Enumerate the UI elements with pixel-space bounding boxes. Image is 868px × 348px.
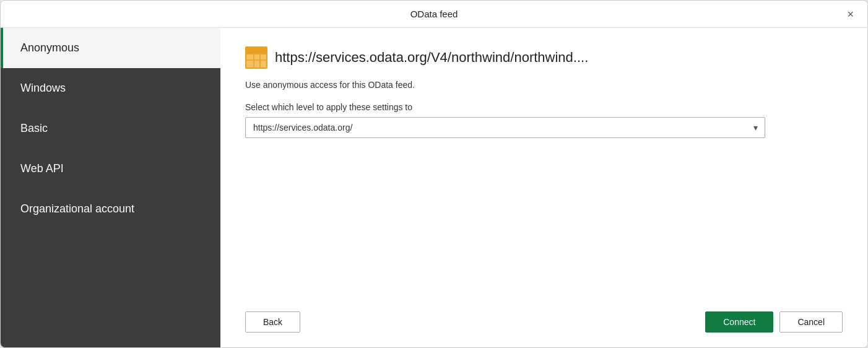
sidebar-item-web-api[interactable]: Web API — [1, 149, 220, 189]
main-content: https://services.odata.org/V4/northwind/… — [220, 28, 867, 347]
feed-description: Use anonymous access for this OData feed… — [245, 80, 843, 90]
dialog-title: OData feed — [410, 9, 458, 19]
level-select-wrapper: https://services.odata.org/ ▾ — [245, 117, 765, 138]
close-button[interactable]: × — [843, 6, 857, 22]
dialog-header: OData feed × — [1, 1, 867, 28]
level-label: Select which level to apply these settin… — [245, 102, 843, 112]
svg-rect-2 — [246, 48, 266, 54]
connect-button[interactable]: Connect — [705, 311, 773, 333]
sidebar-item-org-account[interactable]: Organizational account — [1, 189, 220, 229]
main-footer: Back Connect Cancel — [245, 302, 843, 333]
sidebar-item-basic[interactable]: Basic — [1, 108, 220, 149]
table-icon — [245, 46, 267, 69]
feed-url: https://services.odata.org/V4/northwind/… — [275, 50, 588, 66]
dialog-body: Anonymous Windows Basic Web API Organiza… — [1, 28, 867, 347]
level-select[interactable]: https://services.odata.org/ — [245, 117, 765, 138]
feed-title-row: https://services.odata.org/V4/northwind/… — [245, 46, 843, 69]
sidebar-item-anonymous[interactable]: Anonymous — [1, 28, 220, 68]
back-button[interactable]: Back — [245, 311, 300, 333]
footer-left: Back — [245, 311, 300, 333]
sidebar: Anonymous Windows Basic Web API Organiza… — [1, 28, 220, 347]
footer-right: Connect Cancel — [705, 311, 843, 333]
odata-feed-dialog: OData feed × Anonymous Windows Basic Web… — [0, 0, 868, 348]
cancel-button[interactable]: Cancel — [779, 311, 843, 333]
sidebar-item-windows[interactable]: Windows — [1, 68, 220, 108]
